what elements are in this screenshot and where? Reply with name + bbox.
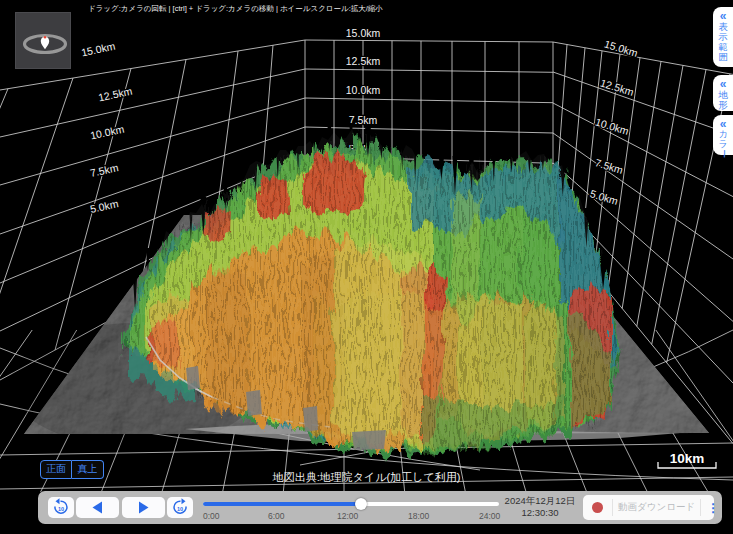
svg-text:5.0km: 5.0km [589, 187, 620, 207]
svg-text:10km: 10km [670, 451, 705, 466]
svg-text:7.5km: 7.5km [594, 156, 625, 176]
svg-text:10: 10 [177, 506, 183, 512]
svg-text:15.0km: 15.0km [80, 40, 116, 59]
svg-text:5.0km: 5.0km [89, 197, 120, 215]
svg-text:7.5km: 7.5km [89, 161, 120, 179]
svg-text:12.5km: 12.5km [346, 55, 381, 67]
svg-text:10.0km: 10.0km [346, 84, 381, 96]
svg-text:7.5km: 7.5km [349, 114, 378, 126]
svg-text:10: 10 [58, 506, 64, 512]
svg-text:15.0km: 15.0km [346, 27, 381, 39]
svg-text:15.0km: 15.0km [603, 37, 640, 59]
svg-text:12.5km: 12.5km [97, 85, 133, 104]
svg-text:10.0km: 10.0km [89, 123, 125, 142]
